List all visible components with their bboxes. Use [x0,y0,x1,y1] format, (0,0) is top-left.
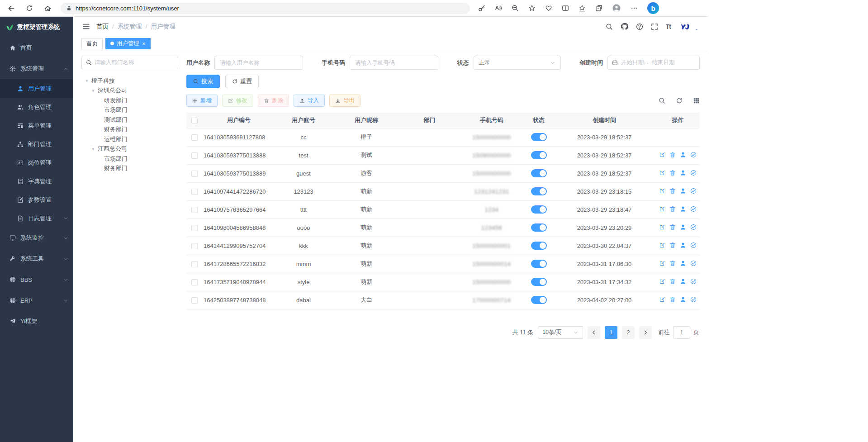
page-tab-1[interactable]: 用户管理× [105,38,151,49]
row-assign-role-icon[interactable] [690,296,697,303]
sidebar-item-3[interactable]: 角色管理 [0,98,73,116]
row-assign-role-icon[interactable] [690,206,697,212]
row-reset-password-icon[interactable] [680,260,686,266]
row-assign-role-icon[interactable] [690,260,697,266]
status-toggle[interactable] [531,223,547,232]
tree-node[interactable]: 财务部门 [81,164,178,174]
row-reset-password-icon[interactable] [680,152,686,158]
goto-page-input[interactable] [673,326,690,339]
row-reset-password-icon[interactable] [680,224,686,230]
breadcrumb-item-1[interactable]: 系统管理 [118,23,142,31]
status-toggle[interactable] [531,151,547,159]
sidebar-item-1[interactable]: 系统管理 [0,58,73,79]
row-checkbox[interactable] [191,279,198,285]
row-edit-icon[interactable] [659,296,665,303]
select-all-checkbox[interactable] [191,118,198,124]
status-toggle[interactable] [531,242,547,250]
header-search-icon[interactable] [606,23,613,30]
tree-node[interactable]: 运维部门 [81,134,178,144]
row-assign-role-icon[interactable] [690,152,697,158]
tree-node[interactable]: ▾江西总公司 [81,144,178,154]
sidebar-item-11[interactable]: 系统工具 [0,248,73,269]
row-reset-password-icon[interactable] [680,296,686,303]
add-button[interactable]: 新增 [186,95,218,107]
next-page-button[interactable] [639,326,652,339]
collapse-sidebar-icon[interactable] [82,23,90,30]
row-edit-icon[interactable] [659,224,665,230]
tree-node[interactable]: 市场部门 [81,154,178,164]
sidebar-item-13[interactable]: ERP [0,290,73,311]
github-icon[interactable] [621,23,628,30]
sidebar-item-8[interactable]: 参数设置 [0,190,73,209]
reset-button[interactable]: 重置 [225,75,259,88]
page-button-2[interactable]: 2 [622,326,635,339]
tree-node[interactable]: 研发部门 [81,95,178,105]
row-reset-password-icon[interactable] [680,278,686,285]
column-settings-icon[interactable] [693,97,700,104]
sidebar-item-10[interactable]: 系统监控 [0,228,73,248]
row-checkbox[interactable] [191,152,198,159]
avatar-caret-icon[interactable] [694,27,699,32]
collections-icon[interactable] [595,5,602,12]
row-checkbox[interactable] [191,297,198,304]
help-icon[interactable] [636,23,643,30]
toggle-search-icon[interactable] [659,97,665,104]
row-checkbox[interactable] [191,261,198,267]
row-assign-role-icon[interactable] [690,188,697,194]
favorites-bar-icon[interactable] [579,5,586,12]
date-range-picker[interactable]: 开始日期 - 结束日期 [607,56,700,70]
row-delete-icon[interactable] [669,260,676,266]
status-select[interactable]: 正常 [474,56,561,70]
split-screen-icon[interactable] [562,5,569,12]
row-checkbox[interactable] [191,171,198,177]
status-toggle[interactable] [531,260,547,268]
page-tab-0[interactable]: 首页 [81,38,103,49]
row-edit-icon[interactable] [659,260,665,266]
refresh-table-icon[interactable] [676,97,683,104]
sidebar-item-6[interactable]: 岗位管理 [0,153,73,172]
row-edit-icon[interactable] [659,188,665,194]
page-size-select[interactable]: 10条/页 [538,326,583,339]
tree-expand-caret-icon[interactable]: ▾ [90,88,96,94]
bing-icon[interactable]: b [647,2,659,14]
edit-button[interactable]: 修改 [222,95,253,107]
font-size-icon[interactable]: Tt [666,23,671,30]
status-toggle[interactable] [531,296,547,304]
tree-node[interactable]: 财务部门 [81,125,178,135]
user-avatar[interactable]: YJ [678,20,691,33]
close-tab-icon[interactable]: × [142,41,146,47]
export-button[interactable]: 导出 [329,95,360,107]
browser-essentials-icon[interactable] [545,5,552,12]
sidebar-item-2[interactable]: 用户管理 [0,79,73,98]
row-delete-icon[interactable] [669,278,676,285]
phone-input[interactable] [355,60,433,66]
row-edit-icon[interactable] [659,278,665,285]
row-checkbox[interactable] [191,189,198,195]
row-reset-password-icon[interactable] [680,242,686,248]
row-assign-role-icon[interactable] [690,224,697,230]
row-assign-role-icon[interactable] [690,278,697,285]
fullscreen-icon[interactable] [651,23,658,30]
import-button[interactable]: 导入 [294,95,325,107]
row-delete-icon[interactable] [669,224,676,230]
row-delete-icon[interactable] [669,188,676,194]
row-delete-icon[interactable] [669,206,676,212]
row-edit-icon[interactable] [659,152,665,158]
row-checkbox[interactable] [191,134,198,141]
prev-page-button[interactable] [588,326,600,339]
sidebar-item-5[interactable]: 部门管理 [0,135,73,153]
zoom-out-icon[interactable] [512,5,519,12]
url-text[interactable]: https://ccnetcore.com:1101/system/user [76,5,179,12]
row-reset-password-icon[interactable] [680,206,686,212]
reload-icon[interactable] [26,5,33,12]
sidebar-item-9[interactable]: 日志管理 [0,209,73,228]
browser-profile-icon[interactable] [612,4,621,13]
sidebar-item-4[interactable]: 菜单管理 [0,116,73,135]
row-reset-password-icon[interactable] [680,170,686,176]
sidebar-item-14[interactable]: Yi框架 [0,311,73,332]
tree-node[interactable]: 市场部门 [81,105,178,115]
tree-node[interactable]: ▾深圳总公司 [81,86,178,96]
delete-button[interactable]: 删除 [258,95,289,107]
tree-expand-caret-icon[interactable]: ▾ [84,78,90,84]
page-button-1[interactable]: 1 [605,326,617,339]
